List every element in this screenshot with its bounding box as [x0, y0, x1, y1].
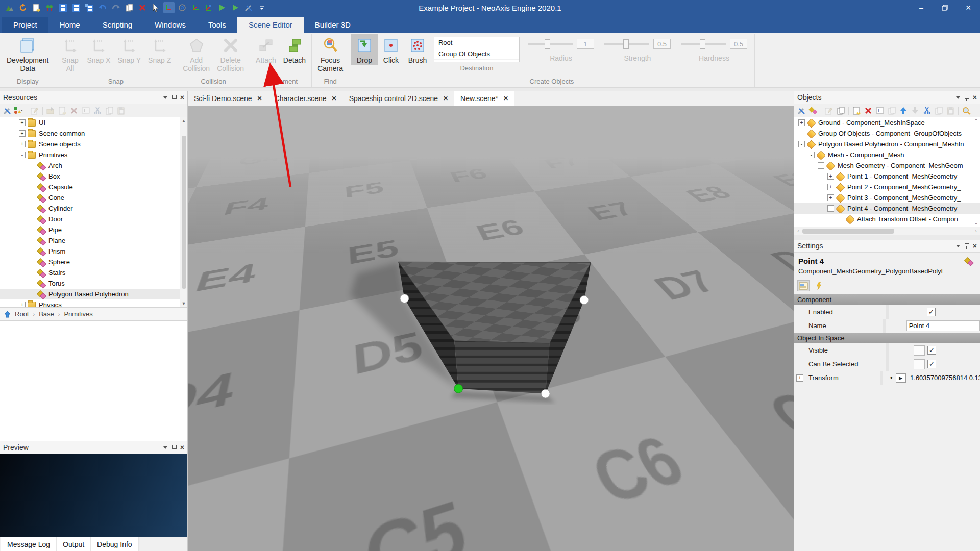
delete-button[interactable] — [137, 2, 148, 13]
breadcrumb-root[interactable]: Root — [15, 310, 29, 318]
tools-button[interactable] — [2, 106, 12, 116]
tree-item-physics[interactable]: +Physics — [0, 299, 187, 307]
radius-slider-track[interactable] — [528, 43, 573, 45]
collapse-icon[interactable]: - — [798, 141, 805, 147]
select-button[interactable] — [150, 2, 161, 13]
collapse-icon[interactable]: - — [818, 162, 824, 169]
tree-item-mesh-component-mesh[interactable]: -Mesh - Component_Mesh — [794, 149, 980, 160]
tree-item-point-2-component-meshgeometry[interactable]: +Point 2 - Component_MeshGeometry_ — [794, 182, 980, 192]
rename-button[interactable]: I — [81, 106, 91, 116]
tree-item-scene-common[interactable]: +Scene common — [0, 128, 187, 139]
scrollbar-thumb[interactable] — [802, 229, 894, 234]
tree-item-mesh-geometry-component-meshgeom[interactable]: -Mesh Geometry - Component_MeshGeom — [794, 160, 980, 171]
tree-item-cone[interactable]: Cone — [0, 192, 187, 203]
tree-item-capsule[interactable]: Capsule — [0, 182, 187, 192]
copy-button[interactable] — [104, 106, 114, 116]
expand-icon[interactable]: + — [827, 173, 834, 180]
transform-value[interactable]: 1.60357009756814 0.137 — [910, 374, 980, 382]
delete-button[interactable] — [863, 106, 873, 116]
shapes-dropdown-button[interactable] — [14, 106, 24, 116]
tree-item-scene-objects[interactable]: +Scene objects — [0, 139, 187, 149]
visible-checkbox[interactable]: ✓ — [927, 346, 936, 355]
can-be-selected-checkbox[interactable]: ✓ — [927, 360, 936, 368]
scroll-up-icon[interactable]: ⌃ — [974, 118, 978, 123]
expand-icon[interactable]: + — [796, 374, 803, 382]
tree-item-prism[interactable]: Prism — [0, 246, 187, 257]
scene-markers-button[interactable] — [44, 2, 55, 13]
ribbon-tab-scripting[interactable]: Scripting — [91, 17, 143, 33]
brush-button[interactable]: Brush — [404, 34, 431, 65]
expand-icon[interactable]: + — [827, 194, 834, 201]
attach-button[interactable]: Attach — [252, 34, 280, 65]
paste-button[interactable] — [116, 106, 126, 116]
tree-item-pipe[interactable]: Pipe — [0, 224, 187, 235]
panel-menu-icon[interactable] — [956, 96, 960, 99]
objects-hscrollbar[interactable]: ‹ › — [794, 227, 980, 235]
click-button[interactable]: Click — [378, 34, 404, 65]
ribbon-tab-builder-3d[interactable]: Builder 3D — [304, 17, 362, 33]
bottom-tab-output[interactable]: Output — [57, 537, 91, 551]
properties-button[interactable] — [797, 280, 810, 291]
tree-item-torus[interactable]: Torus — [0, 278, 187, 289]
tree-item-point-4-component-meshgeometry[interactable]: -Point 4 - Component_MeshGeometry_ — [794, 203, 980, 214]
objects-scrollbar[interactable]: ⌃ ⌄ — [972, 117, 980, 227]
pin-icon[interactable] — [965, 95, 968, 101]
clone-button[interactable] — [887, 106, 897, 116]
doc-tab-spaceship-control-2d-scene[interactable]: Spaceship control 2D.scene✕ — [343, 91, 454, 106]
import-button[interactable] — [45, 106, 56, 116]
panel-splitter[interactable] — [794, 235, 980, 240]
new-resource-button[interactable] — [57, 106, 67, 116]
add-collision-button[interactable]: Add Collision — [179, 34, 213, 73]
drop-button[interactable]: Drop — [351, 34, 378, 65]
expand-icon[interactable]: + — [19, 119, 26, 126]
tree-item-point-1-component-meshgeometry[interactable]: +Point 1 - Component_MeshGeometry_ — [794, 171, 980, 182]
save-button[interactable] — [57, 2, 68, 13]
scroll-down-icon[interactable]: ⌄ — [974, 220, 978, 226]
close-icon[interactable]: × — [973, 94, 977, 101]
scroll-left-icon[interactable]: ‹ — [795, 229, 801, 234]
collapse-icon[interactable]: - — [19, 152, 26, 158]
destination-item[interactable]: Root — [434, 37, 519, 48]
scrollbar-thumb[interactable] — [182, 136, 186, 289]
doc-tab-sci-fi-demo-scene[interactable]: Sci-fi Demo.scene✕ — [188, 91, 268, 106]
doc-tab-character-scene[interactable]: Character.scene✕ — [268, 91, 343, 106]
strength-slider-track[interactable] — [604, 43, 649, 45]
destination-list[interactable]: RootGroup Of Objects — [434, 37, 520, 62]
scene-viewport[interactable]: B1B2B3B4B5B6B7B8B1B2B3B4B5B6B7B8B1B2B3B4… — [188, 106, 794, 551]
close-tab-icon[interactable]: ✕ — [503, 95, 508, 102]
pin-icon[interactable] — [965, 243, 968, 249]
close-icon[interactable]: × — [180, 94, 184, 101]
default-value-box[interactable] — [914, 359, 925, 369]
vertex-handle[interactable] — [580, 296, 589, 305]
tree-item-group-of-objects-component-groupofobjects[interactable]: Group Of Objects - Component_GroupOfObje… — [794, 128, 980, 139]
tree-item-door[interactable]: Door — [0, 214, 187, 224]
scroll-up-icon[interactable]: ▲ — [182, 118, 186, 123]
snap-x-button[interactable]: Snap X — [84, 34, 114, 65]
edit-button[interactable] — [30, 106, 40, 116]
ribbon-tab-windows[interactable]: Windows — [143, 17, 197, 33]
hardness-slider-track[interactable] — [681, 43, 726, 45]
save-as-button[interactable] — [70, 2, 82, 13]
expand-icon[interactable]: + — [19, 302, 26, 307]
tree-item-sphere[interactable]: Sphere — [0, 257, 187, 267]
pin-icon[interactable] — [172, 95, 176, 101]
tree-item-ground-component-meshinspace[interactable]: +Ground - Component_MeshInSpace — [794, 117, 980, 128]
tree-item-plane[interactable]: Plane — [0, 235, 187, 246]
expand-icon[interactable]: + — [19, 130, 26, 137]
strength-slider-thumb[interactable] — [623, 39, 629, 49]
radius-value[interactable]: 1 — [577, 39, 594, 49]
breadcrumb-primitives[interactable]: Primitives — [64, 310, 92, 318]
bottom-tab-message-log[interactable]: Message Log — [1, 537, 57, 551]
tree-item-ui[interactable]: +UI — [0, 117, 187, 128]
move-button[interactable] — [163, 2, 175, 13]
close-icon[interactable]: × — [180, 444, 184, 451]
restore-button[interactable] — [933, 0, 957, 15]
tree-item-cylinder[interactable]: Cylinder — [0, 203, 187, 214]
ribbon-tab-project[interactable]: Project — [2, 17, 48, 33]
breadcrumb-base[interactable]: Base — [39, 310, 54, 318]
scale-button[interactable] — [203, 2, 214, 13]
selected-vertex-handle[interactable] — [454, 384, 463, 393]
name-input[interactable]: Point 4 — [906, 320, 980, 331]
vertex-handle[interactable] — [541, 389, 550, 398]
doc-tab-new-scene-[interactable]: New.scene*✕ — [454, 91, 514, 106]
